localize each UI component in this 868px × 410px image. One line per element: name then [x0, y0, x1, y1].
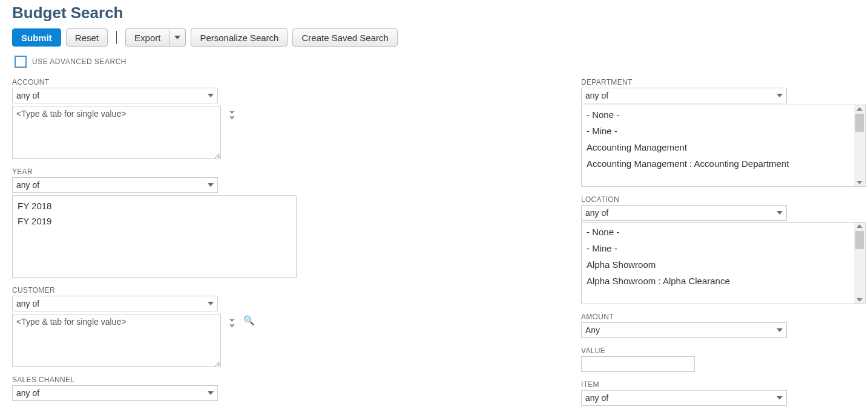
year-label: YEAR: [12, 168, 315, 176]
caret-down-icon: [777, 94, 783, 97]
account-operator-value: any of: [16, 91, 39, 100]
scrollbar[interactable]: [854, 105, 865, 186]
caret-down-icon: [777, 211, 783, 215]
scroll-up-icon[interactable]: [856, 224, 863, 228]
item-label: ITEM: [581, 380, 868, 389]
advanced-search-row: USE ADVANCED SEARCH: [12, 54, 856, 70]
caret-down-icon: [208, 391, 214, 395]
department-option[interactable]: - None -: [582, 106, 854, 123]
location-option[interactable]: Alpha Showroom: [582, 256, 854, 273]
caret-down-icon: [208, 302, 214, 305]
item-operator-select[interactable]: any of: [581, 390, 787, 406]
submit-button[interactable]: Submit: [12, 28, 61, 47]
customer-operator-value: any of: [16, 299, 39, 308]
use-advanced-search-label: USE ADVANCED SEARCH: [32, 57, 127, 66]
expand-down-icon[interactable]: ⌄⌄: [228, 107, 236, 118]
value-label: VALUE: [581, 347, 868, 355]
amount-label: AMOUNT: [581, 313, 868, 321]
department-option[interactable]: Accounting Management: [582, 139, 854, 155]
personalize-search-button[interactable]: Personalize Search: [191, 28, 288, 47]
customer-operator-select[interactable]: any of: [12, 296, 218, 311]
account-label: ACCOUNT: [12, 78, 315, 86]
export-button[interactable]: Export: [125, 28, 169, 47]
caret-down-icon: [208, 94, 214, 97]
caret-down-icon: [174, 36, 180, 39]
account-field: ACCOUNT any of ⌄⌄: [12, 78, 315, 159]
toolbar-divider: [116, 31, 117, 44]
customer-label: CUSTOMER: [12, 286, 315, 294]
department-option[interactable]: - Mine -: [582, 123, 854, 139]
search-icon[interactable]: 🔍: [243, 315, 255, 326]
sales-channel-operator-value: any of: [16, 388, 39, 398]
value-field: VALUE: [581, 347, 868, 372]
scroll-down-icon[interactable]: [856, 298, 863, 302]
year-option[interactable]: FY 2019: [13, 213, 296, 229]
sales-channel-field: SALES CHANNEL any of: [12, 376, 315, 401]
year-operator-value: any of: [16, 180, 39, 190]
scroll-thumb[interactable]: [855, 231, 864, 249]
location-operator-select[interactable]: any of: [581, 205, 787, 221]
amount-field: AMOUNT Any: [581, 313, 868, 338]
item-field: ITEM any of: [581, 380, 868, 406]
department-field: DEPARTMENT any of - None - - Mine - Acco…: [581, 78, 868, 187]
department-label: DEPARTMENT: [581, 78, 868, 86]
sales-channel-operator-select[interactable]: any of: [12, 385, 218, 401]
create-saved-search-button[interactable]: Create Saved Search: [292, 28, 397, 47]
account-value-input[interactable]: [12, 106, 221, 159]
year-listbox[interactable]: FY 2018 FY 2019: [12, 195, 297, 278]
value-input[interactable]: [581, 356, 695, 372]
customer-field: CUSTOMER any of ⌄⌄ 🔍: [12, 286, 315, 367]
location-option[interactable]: - None -: [582, 224, 854, 240]
toolbar: Submit Reset Export Personalize Search C…: [12, 28, 856, 47]
customer-value-input[interactable]: [12, 314, 221, 367]
location-field: LOCATION any of - None - - Mine - Alpha …: [581, 195, 868, 304]
caret-down-icon: [777, 396, 783, 400]
department-operator-select[interactable]: any of: [581, 88, 787, 103]
location-option[interactable]: Alpha Showroom : Alpha Clearance: [582, 273, 854, 289]
department-listbox[interactable]: - None - - Mine - Accounting Management …: [581, 105, 866, 187]
year-option[interactable]: FY 2018: [13, 198, 296, 213]
use-advanced-search-checkbox[interactable]: [15, 56, 27, 68]
export-dropdown-toggle[interactable]: [169, 28, 186, 47]
location-listbox[interactable]: - None - - Mine - Alpha Showroom Alpha S…: [581, 222, 866, 304]
sales-channel-label: SALES CHANNEL: [12, 376, 315, 384]
caret-down-icon: [777, 328, 783, 332]
scroll-thumb[interactable]: [855, 114, 864, 132]
item-operator-value: any of: [585, 393, 608, 403]
amount-operator-select[interactable]: Any: [581, 322, 787, 338]
location-label: LOCATION: [581, 195, 868, 204]
amount-operator-value: Any: [585, 325, 600, 335]
location-operator-value: any of: [585, 208, 608, 218]
page-title: Budget Search: [12, 4, 856, 22]
year-field: YEAR any of FY 2018 FY 2019: [12, 168, 315, 278]
reset-button[interactable]: Reset: [66, 28, 108, 47]
year-operator-select[interactable]: any of: [12, 177, 218, 193]
location-option[interactable]: - Mine -: [582, 240, 854, 256]
scroll-down-icon[interactable]: [856, 181, 863, 184]
department-option[interactable]: Accounting Management : Accounting Depar…: [582, 155, 854, 172]
scrollbar[interactable]: [854, 223, 865, 304]
scroll-up-icon[interactable]: [856, 107, 863, 111]
caret-down-icon: [208, 183, 214, 187]
department-operator-value: any of: [585, 91, 608, 100]
expand-down-icon[interactable]: ⌄⌄: [228, 315, 236, 326]
account-operator-select[interactable]: any of: [12, 88, 218, 103]
